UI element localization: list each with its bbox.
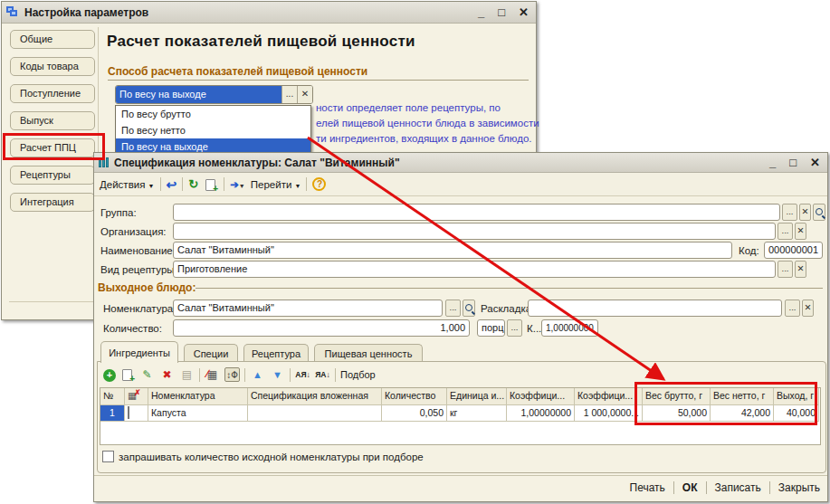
group-clear-button[interactable]: ✕ [799,204,811,221]
ok-button[interactable]: ОК [682,481,698,494]
sort-asc-icon[interactable]: АЯ↓ [295,367,310,382]
settings-tab-receptury[interactable]: Рецептуры [10,166,95,185]
save-button[interactable]: Записать [715,481,761,494]
row-checkbox[interactable] [128,406,129,419]
table-row[interactable]: 1 Капуста 0,050 кг 1,00000000 1 000,0000… [100,405,820,422]
tab-pischevaya-cennost[interactable]: Пищевая ценность [314,344,423,363]
end-edit-icon[interactable]: ▤ [179,367,195,382]
row-spec-cell[interactable] [248,405,382,422]
close-button[interactable]: Закрыть [778,481,820,494]
settings-tab-kody[interactable]: Коды товара [10,57,95,76]
copy-new-icon[interactable]: + [205,179,215,191]
close-icon[interactable]: ✕ [810,157,820,168]
combo-ellipsis-button[interactable]: ... [281,86,297,103]
ingredients-panel: + + ✎ ✖ ▤ ▦∕ ↕Ф ▲ ▼ АЯ↓ ЯА↓ Подбор [97,361,826,473]
header-unit: Единица и... [447,388,507,405]
move-down-icon[interactable]: ▼ [270,367,285,382]
row-num-cell[interactable]: 1 [100,405,125,422]
screenshot-root: Настройка параметров _ □ ✕ Общие Коды то… [0,0,830,504]
raskladka-field[interactable] [528,300,782,317]
recipe-type-field[interactable]: Приготовление [173,261,776,278]
minimize-icon[interactable]: _ [478,6,484,18]
settings-tab-vypusk[interactable]: Выпуск [10,111,95,130]
coefficient-field[interactable]: 1,00000000 [541,319,598,337]
deletion-mark-icon[interactable]: ▦∕ [205,367,220,382]
raskladka-ellipsis-button[interactable]: ... [785,300,800,317]
header-coeff-1: Коэффици... [507,388,575,405]
move-up-icon[interactable]: ▲ [250,367,265,382]
settings-tab-obschie[interactable]: Общие [10,30,95,49]
add-row-icon[interactable]: + [103,369,116,382]
podbor-button[interactable]: Подбор [340,369,376,380]
code-field[interactable]: 000000001 [764,242,823,259]
name-field-label: Наименование: [100,245,176,256]
unit-field[interactable]: порц [477,319,505,337]
flag-x-icon: ✗ [134,388,141,397]
go-icon[interactable]: ➔▼ [230,178,245,191]
ask-quantity-checkbox[interactable] [102,451,114,462]
edit-row-icon[interactable]: ✎ [139,367,155,382]
row-gross-cell[interactable]: 50,000 [643,405,711,422]
settings-tab-raschet-ppc[interactable]: Расчет ППЦ [10,138,95,157]
coefficient-label: К... [527,323,541,334]
row-nomenclature-cell[interactable]: Капуста [148,405,248,422]
settings-tab-integracia[interactable]: Интеграция [10,193,95,212]
row-coeff2-cell[interactable]: 1 000,0000... [575,405,643,422]
unit-ellipsis-button[interactable]: ... [507,319,522,337]
tab-specii[interactable]: Специи [184,344,238,363]
settings-titlebar[interactable]: Настройка параметров _ □ ✕ [2,2,536,24]
row-unit-cell[interactable]: кг [447,405,507,422]
sort-desc-icon[interactable]: ЯА↓ [315,367,330,382]
row-quantity-cell[interactable]: 0,050 [382,405,447,422]
maximize-icon[interactable]: □ [498,6,505,18]
section-underline [196,288,823,289]
org-clear-button[interactable]: ✕ [795,223,806,240]
delete-row-icon[interactable]: ✖ [159,367,175,382]
recipe-type-label: Вид рецептуры: [100,264,177,275]
row-flag-cell[interactable] [125,405,148,422]
tab-receptura[interactable]: Рецептура [243,344,309,363]
name-field[interactable]: Салат "Витаминный" [173,242,732,259]
goto-button[interactable]: Перейти ▼ [251,179,301,190]
tab-ingredienty[interactable]: Ингредиенты [100,341,178,363]
row-output-cell[interactable]: 40,000 [774,405,819,422]
print-button[interactable]: Печать [630,481,665,494]
reread-icon[interactable]: ↩ [167,177,177,192]
quantity-field[interactable]: 1,000 [173,319,470,337]
dropdown-item-netto[interactable]: По весу нетто [116,122,310,138]
recipe-ellipsis-button[interactable]: ... [778,261,793,278]
group-underline [108,80,529,81]
copy-row-icon[interactable]: + [122,369,132,381]
dropdown-item-brutto[interactable]: По весу брутто [116,106,310,122]
spec-titlebar[interactable]: Спецификация номенклатуры: Салат "Витами… [94,153,827,173]
footer-divider [94,475,827,476]
close-icon[interactable]: ✕ [519,6,529,18]
group-ellipsis-button[interactable]: ... [782,204,797,221]
header-num: № [100,388,125,405]
calc-method-combobox[interactable]: По весу на выходе ... ✕ [115,85,313,104]
settings-heading: Расчет показателей пищевой ценности [107,33,415,51]
settings-tab-postuplenie[interactable]: Поступление [10,84,95,103]
row-net-cell[interactable]: 42,000 [711,405,774,422]
org-field[interactable] [173,223,776,240]
combo-clear-button[interactable]: ✕ [297,86,312,103]
form-settings-icon[interactable]: ↕Ф [224,367,240,382]
refresh-icon[interactable]: ↻ [188,177,198,191]
group-field[interactable] [173,204,780,221]
toolbar-separator [182,177,183,191]
actions-button[interactable]: Действия ▼ [100,179,155,190]
group-search-button[interactable] [813,204,825,221]
recipe-clear-button[interactable]: ✕ [795,261,806,278]
nomenclature-field[interactable]: Салат "Витаминный" [173,300,443,317]
help-icon[interactable]: ? [312,177,326,191]
raskladka-clear-button[interactable]: ✕ [802,300,814,317]
combo-selected-value: По весу на выходе [116,86,281,103]
maximize-icon[interactable]: □ [789,157,797,168]
org-field-label: Организация: [100,226,167,237]
nomenclature-ellipsis-button[interactable]: ... [445,300,461,317]
org-ellipsis-button[interactable]: ... [778,223,793,240]
magnifier-icon [816,208,823,215]
nomenclature-search-button[interactable] [463,300,475,317]
row-coeff1-cell[interactable]: 1,00000000 [507,405,575,422]
minimize-icon[interactable]: _ [769,157,776,168]
